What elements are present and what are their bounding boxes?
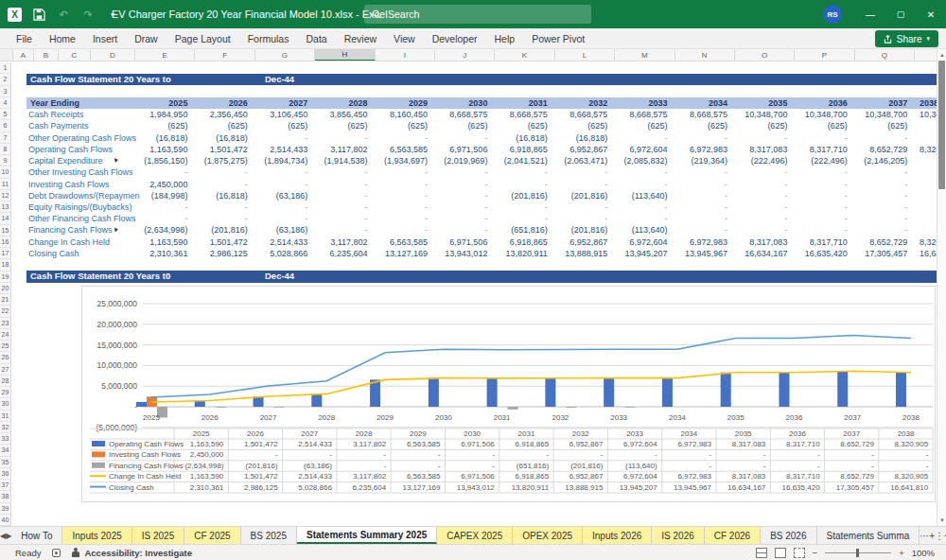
table-cell[interactable]: - (315, 201, 367, 213)
row-number-32[interactable]: 32 (0, 422, 11, 433)
table-cell[interactable]: 8,668,575 (495, 109, 547, 120)
column-header-R[interactable]: R (915, 49, 937, 61)
table-cell[interactable]: 6,972,983 (675, 236, 727, 248)
table-cell[interactable]: 16,641,810 (920, 248, 937, 259)
row-label[interactable]: Closing Cash (28, 248, 79, 259)
table-cell[interactable]: (2,019,969) (435, 155, 487, 166)
row-number-27[interactable]: 27 (0, 364, 11, 376)
column-header-I[interactable]: I (376, 49, 435, 61)
row-number-30[interactable]: 30 (0, 398, 11, 410)
ribbon-tab-view[interactable]: View (385, 28, 424, 49)
accessibility-status[interactable]: Accessibility: Investigate (84, 548, 192, 558)
macro-record-icon[interactable] (52, 549, 61, 557)
page-layout-view-icon[interactable] (775, 548, 786, 558)
table-cell[interactable]: - (435, 179, 487, 190)
table-cell[interactable]: - (376, 179, 428, 190)
table-cell[interactable]: - (735, 190, 787, 201)
ribbon-tab-data[interactable]: Data (297, 28, 335, 49)
table-cell[interactable]: - (495, 166, 547, 178)
table-cell[interactable]: (625) (135, 120, 187, 131)
table-cell[interactable]: (201,816) (555, 224, 607, 236)
ribbon-tab-home[interactable]: Home (41, 28, 84, 49)
table-cell[interactable]: - (855, 190, 907, 201)
row-number-34[interactable]: 34 (0, 445, 11, 456)
row-number-21[interactable]: 21 (0, 294, 11, 306)
table-cell[interactable]: - (376, 213, 428, 224)
table-cell[interactable]: 8,317,083 (735, 144, 787, 155)
table-cell[interactable]: (113,640) (615, 224, 667, 236)
table-cell[interactable]: - (435, 224, 487, 236)
zoom-level[interactable]: 100% (912, 548, 935, 558)
table-cell[interactable]: - (195, 179, 247, 190)
table-cell[interactable]: - (675, 201, 727, 213)
table-cell[interactable]: (1,875,275) (195, 155, 247, 166)
sheet-tab-inputs-2025[interactable]: Inputs 2025 (62, 527, 131, 544)
row-number-18[interactable]: 18 (0, 259, 11, 271)
table-cell[interactable]: - (435, 213, 487, 224)
column-header-N[interactable]: N (675, 49, 735, 61)
column-header-K[interactable]: K (495, 49, 554, 61)
table-cell[interactable]: - (315, 132, 367, 144)
search-box[interactable]: Search (364, 5, 591, 24)
column-header-P[interactable]: P (795, 49, 854, 61)
row-label[interactable]: Investing Cash Flows (28, 179, 110, 190)
table-cell[interactable]: 8,160,450 (376, 109, 428, 120)
row-number-19[interactable]: 19 (0, 271, 11, 283)
table-cell[interactable]: (16,818) (495, 132, 547, 144)
table-cell[interactable]: - (615, 213, 667, 224)
row-label[interactable]: Operating Cash Flows (28, 144, 113, 155)
table-cell[interactable]: - (376, 190, 428, 201)
table-cell[interactable]: - (135, 201, 187, 213)
row-number-20[interactable]: 20 (0, 283, 11, 294)
ribbon-tab-help[interactable]: Help (486, 28, 524, 49)
table-cell[interactable]: - (195, 166, 247, 178)
table-cell[interactable]: (625) (555, 120, 607, 131)
table-cell[interactable]: 2,986,125 (195, 248, 247, 259)
column-header-M[interactable]: M (615, 49, 674, 61)
table-cell[interactable]: (625) (255, 120, 307, 131)
table-cell[interactable]: (625) (315, 120, 367, 131)
table-cell[interactable]: 3,117,802 (315, 236, 367, 248)
table-cell[interactable]: (16,818) (135, 132, 187, 144)
table-cell[interactable]: 13,888,915 (555, 248, 607, 259)
ribbon-tab-insert[interactable]: Insert (84, 28, 126, 49)
column-header-A[interactable]: A (13, 49, 34, 61)
table-cell[interactable]: 2,514,433 (255, 236, 307, 248)
table-cell[interactable]: 1,163,590 (135, 144, 187, 155)
zoom-slider-thumb[interactable] (856, 549, 859, 557)
ribbon-tab-draw[interactable]: Draw (126, 28, 166, 49)
table-cell[interactable]: - (795, 201, 847, 213)
worksheet-grid[interactable]: Cash Flow Statement 20 Years to Dec-44 Y… (0, 61, 937, 526)
restore-button[interactable]: ▢ (885, 0, 916, 28)
row-number-33[interactable]: 33 (0, 433, 11, 445)
table-cell[interactable]: (1,934,697) (376, 155, 428, 166)
table-cell[interactable]: - (795, 224, 847, 236)
table-cell[interactable]: 8,668,575 (555, 109, 607, 120)
ribbon-tab-formulas[interactable]: Formulas (239, 28, 298, 49)
table-cell[interactable]: 6,971,506 (435, 144, 487, 155)
ribbon-tab-page-layout[interactable]: Page Layout (166, 28, 239, 49)
table-cell[interactable]: 6,952,867 (555, 144, 607, 155)
table-cell[interactable]: (16,818) (195, 132, 247, 144)
table-cell[interactable]: 1,501,472 (195, 236, 247, 248)
table-cell[interactable]: 1,984,950 (135, 109, 187, 120)
table-cell[interactable]: 8,320,905 (920, 236, 937, 248)
sheet-tab-statements-summary-2025[interactable]: Statements Summary 2025 (297, 527, 437, 544)
table-cell[interactable]: - (376, 224, 428, 236)
table-cell[interactable]: - (376, 201, 428, 213)
table-cell[interactable]: 5,028,866 (255, 248, 307, 259)
table-cell[interactable]: - (555, 166, 607, 178)
table-cell[interactable]: 2,514,433 (255, 144, 307, 155)
table-cell[interactable]: - (795, 166, 847, 178)
table-cell[interactable]: - (675, 179, 727, 190)
table-cell[interactable]: - (615, 166, 667, 178)
table-cell[interactable]: - (675, 132, 727, 144)
table-cell[interactable]: (2,041,521) (495, 155, 547, 166)
year-header-band[interactable]: Year Ending 2025202620272028202920302031… (26, 97, 937, 110)
table-cell[interactable]: - (615, 132, 667, 144)
account-avatar[interactable]: RS (823, 5, 842, 24)
table-cell[interactable]: - (195, 213, 247, 224)
table-cell[interactable]: - (495, 201, 547, 213)
row-number-17[interactable]: 17 (0, 248, 11, 259)
row-label[interactable]: Other Financing Cash Flows (28, 213, 136, 224)
